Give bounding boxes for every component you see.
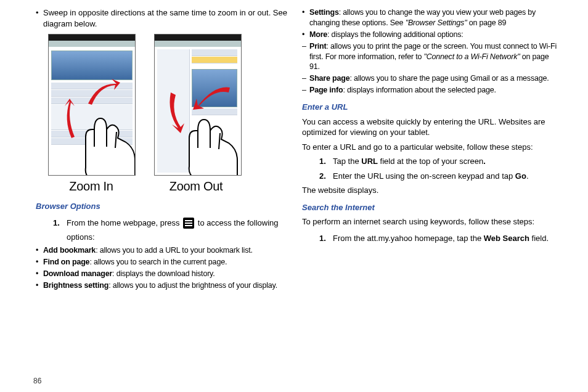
more-pageinfo: – Page info: displays information about … bbox=[302, 85, 558, 96]
manual-page: • Sweep in opposite directions at the sa… bbox=[0, 0, 588, 392]
enter-url-lead: To enter a URL and go to a particular we… bbox=[302, 142, 558, 153]
opt-download-manager: • Download manager: displays the downloa… bbox=[36, 269, 292, 279]
browser-options-step-1: 1. From the home webpage, press to acces… bbox=[53, 216, 292, 245]
sweep-text: Sweep in opposite directions at the same… bbox=[43, 7, 292, 29]
search-step-1: 1. From the att.my.yahoo homepage, tap t… bbox=[319, 231, 558, 245]
step1-text-a: From the home webpage, press bbox=[67, 218, 182, 227]
zoom-out-thumbnail bbox=[154, 34, 242, 176]
url-result: The website displays. bbox=[302, 185, 558, 196]
enter-url-intro: You can access a website quickly by ente… bbox=[302, 116, 558, 138]
opt-settings: • Settings: allows you to change the way… bbox=[302, 7, 558, 28]
more-print: – Print: allows you to print the page or… bbox=[302, 41, 558, 73]
zoom-figure bbox=[48, 34, 292, 176]
svg-rect-2 bbox=[185, 225, 192, 226]
url-step-2: 2. Enter the URL using the on-screen key… bbox=[319, 171, 558, 182]
figure-captions: Zoom In Zoom Out bbox=[48, 178, 292, 195]
left-column: • Sweep in opposite directions at the sa… bbox=[31, 6, 297, 386]
svg-rect-0 bbox=[185, 220, 192, 221]
opt-brightness: • Brightness setting: allows you to adju… bbox=[36, 280, 292, 291]
right-column: • Settings: allows you to change the way… bbox=[297, 6, 563, 386]
opt-find-on-page: • Find on page: allows you to search in … bbox=[36, 257, 292, 267]
menu-icon bbox=[183, 218, 194, 229]
page-number: 86 bbox=[33, 376, 41, 386]
bullet-sweep: • Sweep in opposite directions at the sa… bbox=[36, 7, 292, 29]
url-step-1: 1. Tap the URL field at the top of your … bbox=[319, 156, 558, 167]
opt-add-bookmark: • Add bookmark: allows you to add a URL … bbox=[36, 245, 292, 256]
heading-search-internet: Search the Internet bbox=[302, 202, 558, 213]
more-share: – Share page: allows you to share the pa… bbox=[302, 73, 558, 84]
opt-more: • More: displays the following additiona… bbox=[302, 30, 558, 40]
heading-enter-url: Enter a URL bbox=[302, 102, 558, 113]
hand-icon bbox=[176, 99, 242, 176]
svg-rect-1 bbox=[185, 223, 192, 224]
zoom-in-thumbnail bbox=[48, 34, 136, 176]
hand-icon bbox=[67, 94, 136, 176]
heading-browser-options: Browser Options bbox=[36, 201, 292, 212]
zoom-in-caption: Zoom In bbox=[48, 178, 134, 195]
search-intro: To perform an internet search using keyw… bbox=[302, 216, 558, 227]
zoom-out-caption: Zoom Out bbox=[153, 178, 239, 195]
